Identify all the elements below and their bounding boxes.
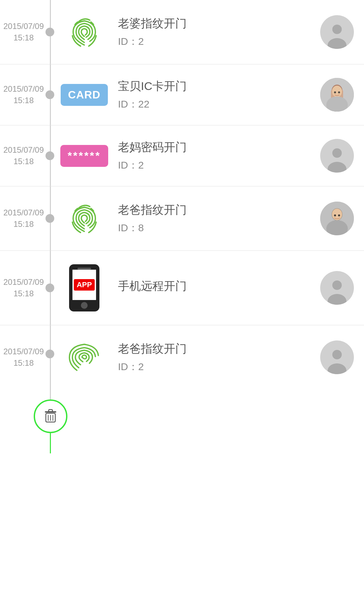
trash-icon: [41, 407, 60, 425]
avatar: [320, 78, 354, 112]
entry-title: 宝贝IC卡开门: [118, 79, 317, 94]
password-icon-area: ******: [57, 145, 111, 167]
entry-title: 老爸指纹开门: [118, 341, 317, 357]
entry-title: 老爸指纹开门: [118, 202, 317, 218]
timestamp: 2015/07/09 15:18: [0, 21, 47, 43]
avatar-area: [317, 340, 357, 374]
entry-title: 老妈密码开门: [118, 140, 317, 155]
fingerprint-icon-area: [57, 339, 111, 376]
timeline-dot: [46, 90, 54, 99]
avatar-area: [317, 78, 357, 112]
info-area: 老婆指纹开门 ID：2: [111, 16, 317, 49]
avatar: [320, 15, 354, 49]
avatar: [320, 271, 354, 305]
list-item: 2015/07/09 15:18 CARD 宝贝IC卡开门 ID：22: [0, 64, 364, 125]
delete-button-area: [0, 383, 364, 453]
entry-title: 手机远程开门: [118, 278, 317, 294]
avatar: [320, 340, 354, 374]
avatar-silhouette-icon: [325, 347, 349, 374]
timeline-dot: [46, 214, 54, 223]
avatar-silhouette-icon: [325, 278, 349, 305]
timeline-line-segment: [50, 383, 51, 399]
list-item: 2015/07/09 15:18 老婆指纹开门 ID：2: [0, 0, 364, 64]
svg-point-15: [334, 214, 336, 216]
timestamp: 2015/07/09 15:18: [0, 276, 47, 299]
timestamp: 2015/07/09 15:18: [0, 207, 47, 230]
svg-rect-23: [49, 410, 53, 412]
svg-point-7: [334, 91, 336, 93]
app-phone-icon: APP: [69, 264, 99, 311]
timeline-dot: [46, 151, 54, 160]
card-icon-area: CARD: [57, 84, 111, 106]
info-area: 老爸指纹开门 ID：2: [111, 341, 317, 374]
entry-title: 老婆指纹开门: [118, 16, 317, 31]
entry-id: ID：2: [118, 35, 317, 49]
avatar-area: [317, 202, 357, 235]
svg-point-21: [328, 363, 346, 374]
svg-point-18: [332, 280, 342, 290]
entry-id: ID：22: [118, 97, 317, 111]
svg-point-8: [338, 91, 340, 93]
timeline-dot: [46, 350, 54, 358]
avatar: [320, 202, 354, 235]
avatar-silhouette-icon: [325, 22, 349, 49]
timeline-dot: [46, 283, 54, 292]
timestamp: 2015/07/09 15:18: [0, 83, 47, 106]
list-item: 2015/07/09 15:18 老爸指纹开门 ID：2: [0, 325, 364, 383]
entry-id: ID：8: [118, 221, 317, 235]
entry-id: ID：2: [118, 360, 317, 374]
svg-point-0: [332, 25, 342, 34]
svg-point-20: [332, 350, 342, 359]
timeline-line-green: [50, 433, 51, 453]
svg-point-1: [328, 38, 346, 49]
svg-point-19: [328, 294, 346, 305]
svg-point-10: [332, 148, 342, 158]
fingerprint-icon: [66, 200, 103, 237]
timeline-dot: [46, 28, 54, 36]
fingerprint-icon: [66, 339, 103, 376]
avatar-area: [317, 271, 357, 305]
entry-id: ID：2: [118, 158, 317, 172]
info-area: 老妈密码开门 ID：2: [111, 140, 317, 172]
fingerprint-icon-area: [57, 200, 111, 237]
timestamp: 2015/07/09 15:18: [0, 346, 47, 368]
avatar: [320, 139, 354, 173]
svg-point-11: [328, 162, 346, 173]
app-icon-area: APP: [57, 264, 111, 311]
delete-button[interactable]: [34, 399, 67, 433]
card-badge: CARD: [61, 84, 108, 106]
avatar-silhouette-icon: [325, 146, 349, 173]
info-area: 宝贝IC卡开门 ID：22: [111, 79, 317, 111]
list-item: 2015/07/09 15:18 APP 手机远程开门: [0, 251, 364, 325]
password-badge: ******: [60, 145, 109, 167]
avatar-photo-icon: [320, 78, 354, 112]
avatar-photo-icon-2: [320, 202, 354, 235]
fingerprint-icon-area: [57, 13, 111, 51]
info-area: 手机远程开门: [111, 278, 317, 297]
timeline-container: 2015/07/09 15:18 老婆指纹开门 ID：2: [0, 0, 364, 453]
fingerprint-icon: [66, 13, 103, 51]
timestamp: 2015/07/09 15:18: [0, 144, 47, 167]
app-label: APP: [74, 279, 94, 291]
app-screen: APP: [72, 270, 96, 300]
info-area: 老爸指纹开门 ID：8: [111, 202, 317, 235]
avatar-area: [317, 139, 357, 173]
list-item: 2015/07/09 15:18 老爸指纹开门 ID：8: [0, 186, 364, 251]
svg-point-14: [332, 209, 342, 220]
avatar-area: [317, 15, 357, 49]
list-item: 2015/07/09 15:18 ****** 老妈密码开门 ID：2: [0, 125, 364, 186]
svg-point-16: [338, 214, 340, 216]
